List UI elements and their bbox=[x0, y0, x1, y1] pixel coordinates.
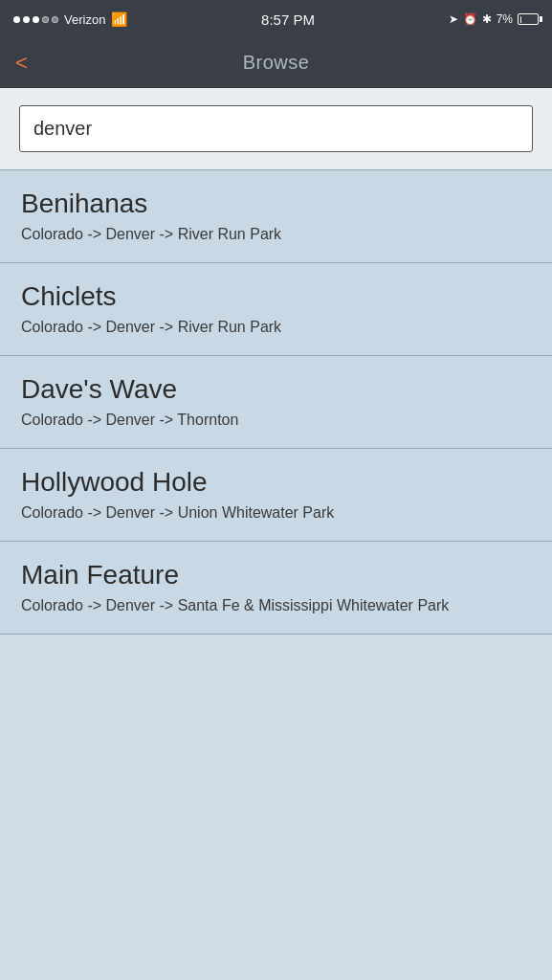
item-name-2: Dave's Wave bbox=[21, 373, 531, 406]
item-path-0: Colorado -> Denver -> River Run Park bbox=[21, 224, 531, 245]
search-input-wrapper bbox=[19, 105, 533, 152]
list-item[interactable]: Hollywood Hole Colorado -> Denver -> Uni… bbox=[0, 449, 552, 542]
status-bar: Verizon 📶 8:57 PM ➤ ⏰ ✱ 7% bbox=[0, 0, 552, 38]
wifi-icon: 📶 bbox=[111, 11, 127, 27]
search-input[interactable] bbox=[20, 106, 532, 151]
location-icon: ➤ bbox=[449, 12, 458, 26]
list-item[interactable]: Benihanas Colorado -> Denver -> River Ru… bbox=[0, 169, 552, 263]
search-area bbox=[0, 88, 552, 169]
item-name-1: Chiclets bbox=[21, 280, 531, 313]
item-path-3: Colorado -> Denver -> Union Whitewater P… bbox=[21, 502, 531, 523]
status-right: ➤ ⏰ ✱ 7% bbox=[449, 12, 539, 26]
list-item[interactable]: Dave's Wave Colorado -> Denver -> Thornt… bbox=[0, 356, 552, 449]
status-time: 8:57 PM bbox=[261, 11, 315, 28]
page-title: Browse bbox=[243, 52, 310, 74]
list-item[interactable]: Main Feature Colorado -> Denver -> Santa… bbox=[0, 542, 552, 635]
item-name-4: Main Feature bbox=[21, 559, 531, 591]
battery-percent: 7% bbox=[497, 12, 513, 26]
results-list: Benihanas Colorado -> Denver -> River Ru… bbox=[0, 169, 552, 635]
carrier-label: Verizon bbox=[64, 12, 105, 27]
item-name-0: Benihanas bbox=[21, 188, 531, 220]
alarm-icon: ⏰ bbox=[463, 12, 477, 26]
battery-icon bbox=[518, 13, 539, 25]
list-item[interactable]: Chiclets Colorado -> Denver -> River Run… bbox=[0, 263, 552, 356]
bluetooth-icon: ✱ bbox=[482, 12, 492, 26]
item-name-3: Hollywood Hole bbox=[21, 466, 531, 499]
nav-bar: < Browse bbox=[0, 38, 552, 88]
back-button[interactable]: < bbox=[15, 53, 28, 74]
status-left: Verizon 📶 bbox=[13, 11, 127, 27]
item-path-2: Colorado -> Denver -> Thornton bbox=[21, 410, 531, 431]
item-path-1: Colorado -> Denver -> River Run Park bbox=[21, 317, 531, 338]
signal-icon bbox=[13, 16, 58, 23]
item-path-4: Colorado -> Denver -> Santa Fe & Mississ… bbox=[21, 595, 531, 616]
